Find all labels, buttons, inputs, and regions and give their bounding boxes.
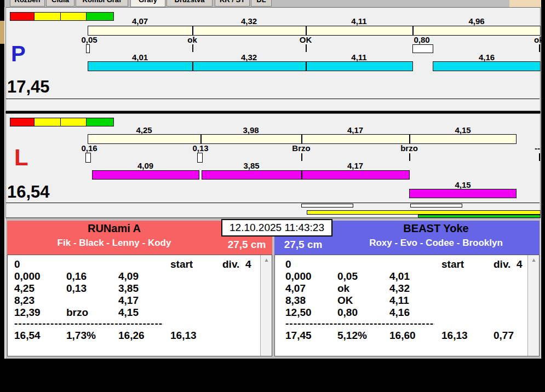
p-reference-bar-divider	[192, 26, 193, 35]
p-total-time: 17,45	[7, 77, 50, 97]
p-split-tick	[539, 44, 540, 52]
l-run-segment-label: 3,85	[202, 161, 301, 170]
p-run-bar-divider	[192, 62, 193, 71]
l-run-bar-segment	[92, 170, 199, 180]
datetime-display: 12.10.2025 11:43:23	[221, 219, 332, 237]
cell: 0,000	[285, 270, 312, 283]
l-checkpoint-label: 0,13	[184, 143, 217, 153]
tab-dl[interactable]: DL	[251, 0, 272, 7]
team-left-members: Fik - Black - Lenny - Kody	[7, 238, 221, 249]
l-progress-outline-2	[410, 204, 462, 207]
l-reference-bar-divider	[301, 135, 302, 143]
team-right-members: Roxy - Evo - Codee - Brooklyn	[332, 238, 540, 249]
p-run-segment-label: 4,16	[433, 53, 541, 62]
p-ref-segment-label: 4,07	[88, 16, 192, 26]
p-reference-bar	[88, 26, 541, 36]
p-ref-segment-label: 4,11	[306, 16, 412, 26]
scroll-up-icon[interactable]: ▲	[528, 255, 540, 265]
tab-kombi-graf[interactable]: Kombi Graf	[76, 0, 128, 7]
cell: 4,25	[14, 283, 35, 295]
l-reference-bar-divider	[200, 135, 202, 143]
l-split-tick	[539, 153, 540, 161]
cell: 12,39	[14, 307, 41, 319]
l-checkpoint-label-clipped: --	[535, 143, 541, 153]
tab-kr-st[interactable]: KR / ST	[215, 0, 250, 7]
cell: OK	[337, 295, 353, 307]
p-checkpoint-label: ok	[176, 35, 209, 44]
p-start-marker	[86, 44, 90, 53]
tab-cidla[interactable]: Cidla	[46, 0, 74, 7]
cell: 8,23	[14, 295, 35, 307]
cell: 4,32	[389, 283, 410, 295]
cell: brzo	[66, 307, 88, 319]
l-ref-segment-label: 4,15	[409, 125, 517, 135]
cell: ok	[337, 283, 349, 295]
team-left-name: RUNami A	[7, 222, 221, 235]
p-legend-yellow-block-1	[34, 12, 61, 21]
l-checkpoint-label: Brzo	[285, 143, 318, 153]
cell: 4,15	[118, 307, 139, 319]
cell: 0,16	[66, 270, 87, 283]
l-legend-yellow-block-1	[34, 118, 61, 126]
cell: 16,54	[14, 330, 41, 342]
tab-druzstva[interactable]: Druzstva	[167, 0, 213, 7]
tab-rozbeh[interactable]: Rozbeh	[10, 0, 45, 7]
p-run-segment-label: 4,32	[192, 53, 306, 62]
l-run-bar	[202, 170, 410, 180]
app-window: Rozbeh Cidla Kombi Graf Grafy Druzstva K…	[0, 0, 545, 392]
team-right-name: BEAST Yoke	[332, 222, 540, 235]
l-run-segment-label: 4,17	[301, 161, 409, 170]
p-separator-line	[6, 99, 540, 99]
l-checkpoint-label: 0,16	[73, 143, 106, 153]
l-run-pending-label: 4,15	[409, 180, 517, 189]
table-separator: ----------------------------------------…	[285, 318, 434, 330]
cell: start	[170, 258, 193, 270]
cell: 0,80	[337, 307, 358, 319]
p-checkpoint-label: 0,80	[405, 35, 438, 44]
cell: 0,13	[66, 283, 87, 295]
tab-grafy[interactable]: Grafy	[130, 0, 165, 7]
team-right-height: 27,5 cm	[278, 239, 329, 251]
l-legend-red-block	[10, 118, 35, 126]
cell: 0	[14, 258, 20, 270]
cell: div. 4	[494, 258, 522, 270]
l-legend-yellow-block-2	[60, 118, 87, 126]
scroll-up-icon[interactable]: ▲	[261, 255, 272, 265]
p-legend-red-block	[10, 12, 35, 21]
cell: 3,85	[118, 283, 139, 295]
cell: 8,38	[285, 295, 306, 307]
p-lane-letter: P	[11, 42, 26, 66]
l-start-marker	[85, 153, 91, 163]
p-legend-yellow-block-2	[60, 12, 87, 21]
p-checkpoint-label: OK	[289, 35, 322, 44]
cell: 4,07	[285, 283, 306, 295]
team-right-table-scrollbar[interactable]: ▲	[527, 255, 540, 356]
p-reference-bar-divider	[306, 26, 307, 35]
cell: 16,13	[441, 330, 468, 342]
cell: 5,12%	[337, 330, 367, 342]
p-run-bar-segment	[433, 61, 541, 71]
l-ref-segment-label: 3,98	[200, 125, 301, 135]
team-right-table: 0 start div. 4 0,000 0,05 4,01 4,07 ok 4…	[274, 255, 540, 356]
team-left-table-scrollbar[interactable]: ▲	[260, 255, 272, 356]
l-ref-segment-label: 4,17	[301, 125, 409, 135]
p-reference-bar-divider	[412, 26, 414, 35]
cell: 4,01	[389, 270, 410, 283]
cell: 4,11	[389, 295, 409, 307]
p-split-tick	[306, 44, 307, 52]
l-total-time: 16,54	[7, 182, 50, 202]
p-ref-segment-label: 4,96	[412, 16, 541, 26]
l-run-bar-divider	[301, 171, 302, 179]
l-split-tick	[409, 153, 410, 161]
team-left-height: 27,5 cm	[221, 239, 272, 251]
teams-section: RUNami A Fik - Black - Lenny - Kody 27,5…	[5, 218, 541, 359]
p-run-bar	[88, 61, 413, 71]
p-checkpoint-label-clipped: ok	[534, 35, 541, 44]
p-ref-segment-label: 4,32	[192, 16, 306, 26]
l-separator-line	[6, 203, 540, 203]
p-run-segment-label: 4,01	[88, 53, 192, 62]
l-reference-bar-divider	[409, 135, 410, 143]
p-checkpoint-label: 0,05	[73, 35, 106, 44]
l-lane-letter: L	[14, 145, 28, 171]
tab-bar-corner	[509, 0, 541, 7]
